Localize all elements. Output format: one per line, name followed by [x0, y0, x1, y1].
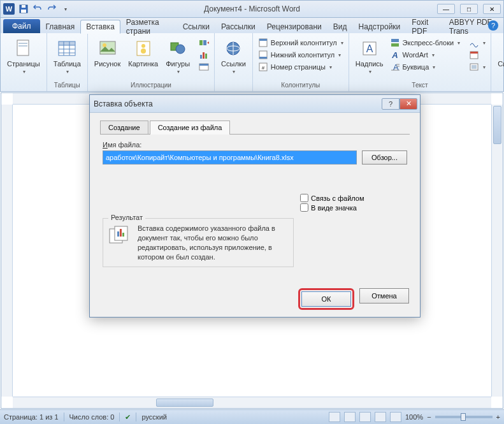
quick-access-toolbar: ▾: [17, 3, 72, 15]
ribbon-collapse-icon[interactable]: ⌃: [479, 22, 484, 29]
screenshot-button[interactable]: [198, 61, 210, 73]
svg-text:A: A: [393, 62, 399, 72]
group-text: A Надпись ▾ Экспресс-блоки▾ AWordArt▾ AБ…: [349, 33, 491, 91]
browse-button[interactable]: Обзор...: [362, 150, 407, 164]
view-print-layout[interactable]: [329, 412, 340, 422]
save-icon[interactable]: [17, 3, 30, 15]
smartart-button[interactable]: [198, 37, 210, 48]
result-icon: [108, 224, 131, 247]
wordart-button[interactable]: AWordArt▾: [389, 49, 462, 61]
undo-icon[interactable]: [31, 3, 44, 15]
link-checkbox-row[interactable]: Связь с файлом: [300, 194, 407, 202]
dialog-tab-create[interactable]: Создание: [100, 121, 148, 135]
status-words[interactable]: Число слов: 0: [69, 413, 115, 421]
links-button[interactable]: Ссылки ▾: [219, 37, 248, 76]
svg-rect-2: [22, 5, 25, 8]
dropcap-button[interactable]: AБуквица▾: [389, 61, 462, 73]
dialog-titlebar[interactable]: Вставка объекта ? ✕: [90, 95, 420, 113]
svg-rect-54: [122, 233, 124, 237]
svg-rect-52: [117, 231, 119, 237]
table-button[interactable]: Таблица ▾: [51, 37, 83, 76]
tab-foxit[interactable]: Foxit PDF: [406, 19, 443, 33]
file-tab[interactable]: Файл: [3, 19, 40, 33]
svg-rect-12: [59, 41, 75, 45]
ok-button[interactable]: ОК: [301, 291, 351, 307]
group-headers: Верхний колонтитул▾ Нижний колонтитул▾ #…: [253, 33, 349, 91]
view-fullscreen[interactable]: [344, 412, 356, 422]
cancel-button[interactable]: Отмена: [359, 288, 409, 303]
smartart-icon: [199, 38, 209, 48]
pages-button[interactable]: Страницы ▾: [4, 37, 43, 76]
page-number-button[interactable]: #Номер страницы▾: [257, 61, 345, 73]
view-outline[interactable]: [375, 412, 386, 422]
zoom-slider[interactable]: [435, 416, 493, 418]
quickparts-icon: [390, 38, 400, 48]
symbols-button[interactable]: Ω Символы ▾: [495, 37, 504, 76]
dialog-tab-from-file[interactable]: Создание из файла: [150, 121, 231, 135]
ruler-vertical[interactable]: [1, 105, 13, 397]
tab-layout[interactable]: Разметка страни: [120, 19, 177, 33]
zoom-level[interactable]: 100%: [405, 413, 423, 421]
statusbar: Страница: 1 из 1 Число слов: 0 ✔ русский…: [0, 409, 504, 424]
textbox-button[interactable]: A Надпись ▾: [353, 37, 386, 76]
tab-insert[interactable]: Вставка: [80, 20, 120, 34]
chart-button[interactable]: [198, 49, 210, 61]
zoom-thumb[interactable]: [461, 413, 466, 421]
view-draft[interactable]: [390, 412, 401, 422]
scrollbar-horizontal[interactable]: [13, 397, 491, 408]
close-button[interactable]: ✕: [483, 4, 501, 14]
object-button[interactable]: ▾: [468, 61, 487, 73]
signature-button[interactable]: ▾: [468, 37, 487, 48]
help-icon[interactable]: ?: [488, 20, 498, 31]
svg-rect-48: [472, 65, 477, 69]
svg-rect-33: [259, 57, 267, 59]
tab-review[interactable]: Рецензировани: [261, 19, 328, 33]
qat-dropdown-icon[interactable]: ▾: [59, 3, 72, 15]
filename-input[interactable]: [103, 150, 357, 164]
scrollbar-vertical[interactable]: [491, 105, 503, 397]
dialog-help-button[interactable]: ?: [382, 98, 400, 110]
zoom-out-button[interactable]: −: [427, 413, 431, 421]
shapes-icon: [168, 38, 188, 59]
minimize-button[interactable]: —: [437, 4, 455, 14]
tab-references[interactable]: Ссылки: [177, 19, 215, 33]
link-checkbox[interactable]: [300, 194, 308, 202]
picture-icon: [97, 38, 118, 59]
shapes-button[interactable]: Фигуры ▾: [163, 37, 192, 76]
redo-icon[interactable]: [45, 3, 58, 15]
dialog-title: Вставка объекта: [94, 99, 153, 108]
icon-checkbox-row[interactable]: В виде значка: [300, 203, 407, 212]
footer-button[interactable]: Нижний колонтитул▾: [257, 49, 345, 61]
status-spellcheck-icon[interactable]: ✔: [125, 413, 131, 421]
tab-view[interactable]: Вид: [328, 19, 353, 33]
svg-rect-4: [18, 43, 27, 44]
status-language[interactable]: русский: [141, 413, 166, 421]
icon-checkbox[interactable]: [300, 203, 308, 212]
svg-text:A: A: [391, 50, 398, 60]
scroll-thumb[interactable]: [156, 398, 213, 407]
svg-rect-23: [203, 52, 205, 59]
ribbon: Страницы ▾ Таблица ▾ Таблицы Рисунок Кар…: [0, 33, 504, 92]
app-icon: W: [3, 3, 15, 15]
quickparts-button[interactable]: Экспресс-блоки▾: [389, 37, 462, 48]
svg-rect-3: [17, 40, 29, 55]
scroll-thumb[interactable]: [493, 106, 501, 144]
tab-home[interactable]: Главная: [40, 19, 81, 33]
ribbon-tabs: Файл Главная Вставка Разметка страни Ссы…: [0, 18, 504, 33]
svg-text:A: A: [366, 43, 373, 54]
status-page[interactable]: Страница: 1 из 1: [4, 413, 59, 421]
header-button[interactable]: Верхний колонтитул▾: [257, 37, 345, 48]
tab-addins[interactable]: Надстройки: [352, 19, 406, 33]
dialog-close-button[interactable]: ✕: [400, 98, 417, 110]
svg-rect-22: [200, 55, 202, 59]
datetime-button[interactable]: [468, 49, 487, 61]
result-legend: Результат: [108, 214, 145, 221]
svg-rect-1: [21, 10, 26, 13]
maximize-button[interactable]: □: [460, 4, 478, 14]
clipart-button[interactable]: Картинка: [126, 37, 161, 69]
view-web[interactable]: [359, 412, 371, 422]
svg-text:#: #: [262, 65, 265, 71]
zoom-in-button[interactable]: +: [496, 413, 500, 421]
tab-mailings[interactable]: Рассылки: [215, 19, 261, 33]
picture-button[interactable]: Рисунок: [92, 37, 124, 69]
